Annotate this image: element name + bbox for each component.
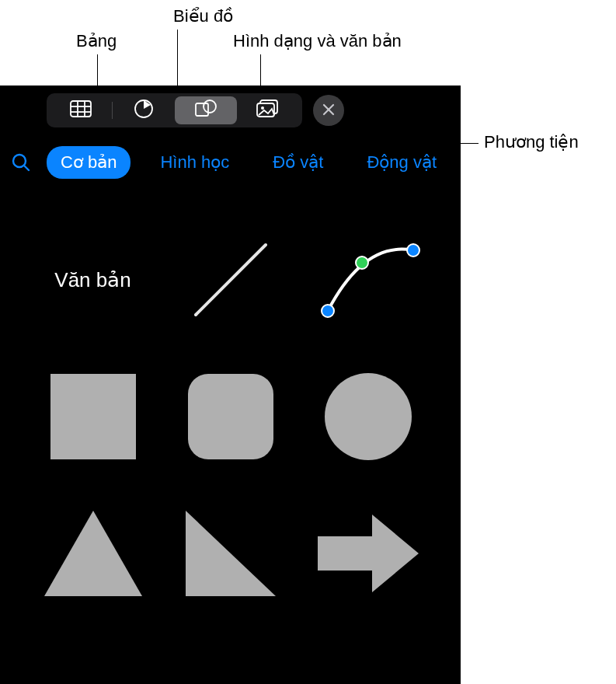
pen-curve-icon <box>314 233 423 326</box>
charts-tab-button[interactable] <box>113 96 175 124</box>
media-tab-button[interactable] <box>237 96 299 124</box>
right-triangle-icon <box>186 511 276 596</box>
circle-icon <box>325 373 412 460</box>
search-button[interactable] <box>11 152 31 173</box>
chart-icon <box>134 99 154 122</box>
svg-point-10 <box>261 106 264 110</box>
svg-marker-22 <box>44 511 142 596</box>
shapes-grid: Văn bản <box>0 190 461 631</box>
svg-point-17 <box>407 244 419 256</box>
svg-rect-19 <box>50 374 136 459</box>
rounded-square-icon <box>188 374 273 459</box>
tab-objects[interactable]: Đồ vật <box>259 146 337 179</box>
toolbar <box>47 93 448 127</box>
callout-area: Bảng Biểu đồ Hình dạng và văn bản <box>0 0 616 86</box>
tab-animals[interactable]: Động vật <box>353 146 451 179</box>
picture-icon <box>256 99 280 121</box>
segmented-control <box>47 93 302 127</box>
triangle-icon <box>44 511 142 596</box>
shape-pen-curve[interactable] <box>311 233 425 326</box>
close-icon <box>322 102 335 120</box>
svg-rect-6 <box>196 103 208 116</box>
svg-line-15 <box>196 245 266 315</box>
shape-right-triangle[interactable] <box>173 507 287 600</box>
shape-text[interactable]: Văn bản <box>36 233 150 326</box>
shape-square[interactable] <box>36 370 150 463</box>
svg-point-18 <box>356 256 368 269</box>
callout-shapes-label: Hình dạng và văn bản <box>233 31 402 51</box>
tables-tab-button[interactable] <box>50 96 112 124</box>
shape-triangle[interactable] <box>36 507 150 600</box>
callout-line <box>260 54 261 86</box>
insert-panel: Cơ bản Hình học Đồ vật Động vật T Văn bả… <box>0 86 461 684</box>
callout-line <box>177 30 178 86</box>
shape-line[interactable] <box>173 233 287 326</box>
callout-tables-label: Bảng <box>76 31 117 51</box>
shapes-tab-button[interactable] <box>175 96 237 124</box>
tab-basic[interactable]: Cơ bản <box>47 146 131 179</box>
callout-charts-label: Biểu đồ <box>173 6 233 26</box>
svg-line-14 <box>24 166 29 170</box>
table-icon <box>70 100 92 120</box>
shapes-icon <box>194 99 218 122</box>
shape-rounded-square[interactable] <box>173 370 287 463</box>
svg-rect-0 <box>71 101 91 117</box>
category-tabs: Cơ bản Hình học Đồ vật Động vật T <box>0 127 461 190</box>
svg-point-16 <box>322 305 334 317</box>
close-button[interactable] <box>313 95 344 126</box>
shape-arrow-right[interactable] <box>311 507 425 600</box>
svg-rect-20 <box>188 374 273 459</box>
svg-point-21 <box>325 373 412 460</box>
callout-media-label: Phương tiện <box>484 132 579 152</box>
shape-text-label: Văn bản <box>54 268 131 292</box>
line-icon <box>184 233 277 326</box>
square-icon <box>50 374 136 459</box>
arrow-right-icon <box>318 515 419 592</box>
svg-point-7 <box>204 100 216 113</box>
shape-circle[interactable] <box>311 370 425 463</box>
callout-line <box>97 54 98 86</box>
svg-marker-24 <box>318 515 419 592</box>
svg-marker-23 <box>186 511 276 596</box>
tab-geometry[interactable]: Hình học <box>146 146 243 179</box>
